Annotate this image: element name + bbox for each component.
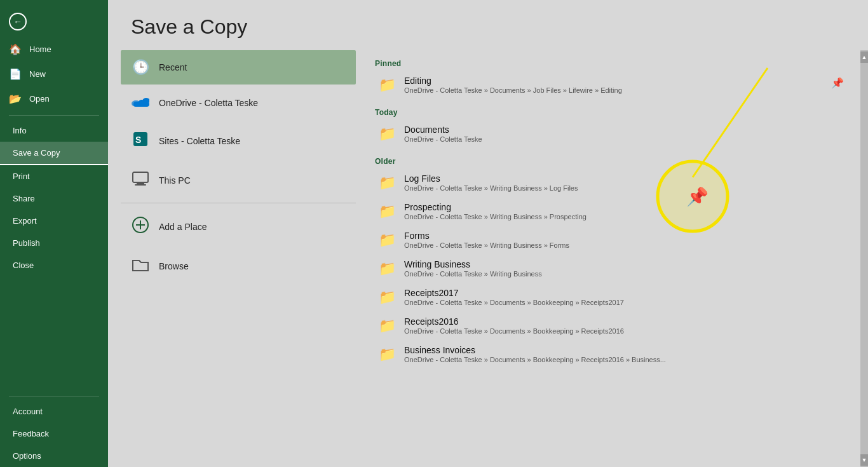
folder-receipts2016[interactable]: 📁 Receipts2016 OneDrive - Coletta Teske …: [375, 311, 848, 340]
sidebar-save-copy-label: Save a Copy: [13, 148, 60, 158]
folder-documents-icon: 📁: [379, 126, 397, 142]
folder-receipts2017-path: OneDrive - Coletta Teske » Documents » B…: [404, 299, 624, 306]
computer-icon: [131, 171, 150, 190]
sidebar-share-label: Share: [13, 194, 35, 203]
folder-writingbusiness-icon: 📁: [379, 261, 397, 277]
sidebar-feedback-label: Feedback: [13, 429, 49, 438]
folders-panel: Pinned 📁 Editing OneDrive - Coletta Tesk…: [369, 50, 860, 467]
folder-businessinvoices[interactable]: 📁 Business Invoices OneDrive - Coletta T…: [375, 340, 848, 369]
location-onedrive[interactable]: OneDrive - Coletta Teske: [121, 86, 356, 120]
scroll-down-arrow[interactable]: ▼: [860, 454, 868, 466]
location-browse-label: Browse: [159, 261, 189, 271]
folder-forms-icon: 📁: [379, 232, 397, 248]
folder-logfiles[interactable]: 📁 Log Files OneDrive - Coletta Teske » W…: [375, 168, 848, 197]
onedrive-icon: [131, 95, 150, 111]
open-icon: 📂: [9, 93, 22, 105]
folder-forms-name: Forms: [404, 231, 569, 241]
location-sites[interactable]: S Sites - Coletta Teske: [121, 121, 356, 161]
location-recent-label: Recent: [159, 62, 187, 72]
folder-logfiles-name: Log Files: [404, 173, 578, 184]
clock-icon: 🕒: [131, 59, 150, 76]
sidebar-item-close[interactable]: Close: [0, 254, 108, 276]
location-addplace[interactable]: Add a Place: [121, 207, 356, 247]
home-icon: 🏠: [9, 43, 22, 55]
scroll-up-arrow[interactable]: ▲: [860, 51, 868, 63]
section-today-label: Today: [375, 108, 848, 117]
sidebar-export-label: Export: [13, 216, 37, 226]
folder-receipts2017-name: Receipts2017: [404, 288, 624, 298]
svg-rect-5: [137, 182, 144, 184]
location-sites-label: Sites - Coletta Teske: [159, 136, 240, 146]
location-thispc-label: This PC: [159, 175, 191, 186]
sidebar-options-label: Options: [13, 451, 41, 461]
folder-prospecting-icon: 📁: [379, 203, 397, 220]
section-pinned-label: Pinned: [375, 59, 848, 68]
sidebar-item-feedback[interactable]: Feedback: [0, 423, 108, 445]
sharepoint-icon: S: [131, 130, 150, 152]
folder-prospecting-path: OneDrive - Coletta Teske » Writing Busin…: [404, 213, 587, 220]
folder-editing-name: Editing: [404, 76, 622, 86]
back-icon: ←: [9, 13, 27, 30]
folder-prospecting-name: Prospecting: [404, 202, 587, 212]
sidebar-item-new[interactable]: 📄 New: [0, 62, 108, 86]
addplace-icon: [131, 216, 150, 238]
folder-writingbusiness[interactable]: 📁 Writing Business OneDrive - Coletta Te…: [375, 254, 848, 283]
location-browse[interactable]: Browse: [121, 248, 356, 285]
location-thispc[interactable]: This PC: [121, 162, 356, 199]
sidebar-item-save-copy[interactable]: Save a Copy: [0, 142, 108, 165]
svg-text:S: S: [135, 135, 141, 145]
folder-editing[interactable]: 📁 Editing OneDrive - Coletta Teske » Doc…: [375, 71, 848, 99]
folder-writingbusiness-name: Writing Business: [404, 259, 542, 269]
main-area: Save a Copy 🕒 Recent OneDrive - Coletta …: [108, 0, 868, 467]
sidebar-item-open[interactable]: 📂 Open: [0, 86, 108, 111]
new-icon: 📄: [9, 68, 22, 80]
sidebar-item-print[interactable]: Print: [0, 165, 108, 187]
sidebar-publish-label: Publish: [13, 238, 40, 248]
sidebar-close-label: Close: [13, 261, 34, 270]
sidebar-item-home[interactable]: 🏠 Home: [0, 37, 108, 62]
sidebar-print-label: Print: [13, 172, 30, 181]
location-addplace-label: Add a Place: [159, 222, 207, 232]
sidebar-divider-2: [9, 396, 99, 396]
sidebar: ← 🏠 Home 📄 New 📂 Open Info Save a Copy P…: [0, 0, 108, 467]
section-older-label: Older: [375, 157, 848, 166]
sidebar-info-label: Info: [13, 126, 27, 135]
location-recent[interactable]: 🕒 Recent: [121, 50, 356, 85]
folder-forms[interactable]: 📁 Forms OneDrive - Coletta Teske » Writi…: [375, 226, 848, 254]
folder-editing-path: OneDrive - Coletta Teske » Documents » J…: [404, 86, 622, 94]
pin-icon: 📌: [831, 76, 844, 89]
scrollbar[interactable]: ▲ ▼: [860, 50, 868, 467]
browse-icon: [131, 257, 150, 276]
sidebar-item-account[interactable]: Account: [0, 400, 108, 423]
sidebar-item-options[interactable]: Options: [0, 445, 108, 467]
svg-rect-1: [133, 102, 149, 107]
folder-documents-path: OneDrive - Coletta Teske: [404, 135, 482, 143]
folder-forms-path: OneDrive - Coletta Teske » Writing Busin…: [404, 241, 569, 249]
sidebar-item-share[interactable]: Share: [0, 187, 108, 210]
folder-receipts2016-path: OneDrive - Coletta Teske » Documents » B…: [404, 327, 624, 335]
locations-divider: [121, 203, 356, 203]
back-button[interactable]: ←: [0, 6, 108, 37]
folder-logfiles-path: OneDrive - Coletta Teske » Writing Busin…: [404, 184, 578, 192]
page-title: Save a Copy: [108, 0, 868, 50]
folder-receipts2016-icon: 📁: [379, 318, 397, 334]
folder-prospecting[interactable]: 📁 Prospecting OneDrive - Coletta Teske »…: [375, 197, 848, 226]
folder-businessinvoices-path: OneDrive - Coletta Teske » Documents » B…: [404, 356, 666, 363]
folder-receipts2017-icon: 📁: [379, 289, 397, 306]
folder-receipts2017[interactable]: 📁 Receipts2017 OneDrive - Coletta Teske …: [375, 283, 848, 311]
sidebar-item-export[interactable]: Export: [0, 210, 108, 232]
svg-rect-4: [133, 172, 148, 182]
folder-writingbusiness-path: OneDrive - Coletta Teske » Writing Busin…: [404, 270, 542, 278]
sidebar-item-home-label: Home: [29, 44, 51, 54]
folder-documents[interactable]: 📁 Documents OneDrive - Coletta Teske: [375, 119, 848, 148]
location-onedrive-label: OneDrive - Coletta Teske: [159, 98, 258, 108]
folder-businessinvoices-icon: 📁: [379, 346, 397, 363]
folder-documents-name: Documents: [404, 125, 482, 135]
svg-rect-6: [135, 184, 146, 186]
sidebar-item-info[interactable]: Info: [0, 119, 108, 142]
sidebar-item-publish[interactable]: Publish: [0, 232, 108, 254]
folder-businessinvoices-name: Business Invoices: [404, 345, 666, 355]
folder-logfiles-icon: 📁: [379, 175, 397, 191]
sidebar-item-open-label: Open: [29, 94, 50, 104]
sidebar-divider-1: [9, 115, 99, 116]
